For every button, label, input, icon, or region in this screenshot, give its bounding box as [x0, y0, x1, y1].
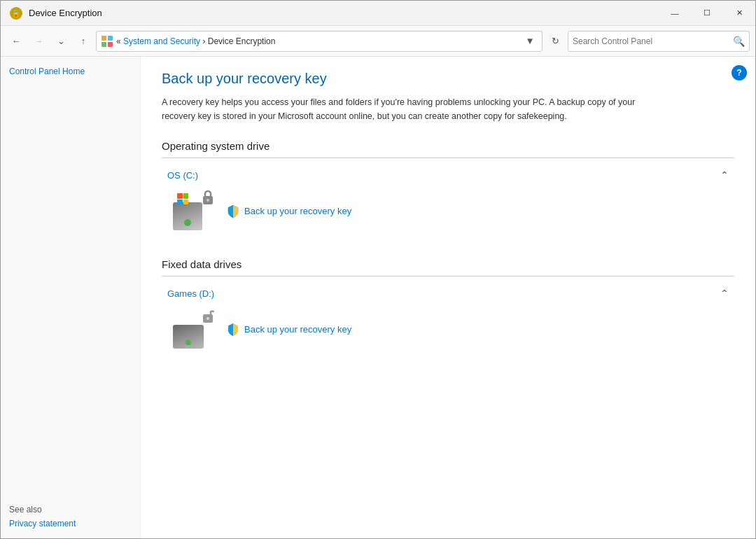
os-drive-icon-area: Back up your recovery key: [162, 183, 734, 239]
close-button[interactable]: ✕: [723, 1, 755, 26]
page-description: A recovery key helps you access your fil…: [162, 95, 652, 123]
refresh-button[interactable]: ↻: [545, 31, 565, 51]
svg-rect-2: [102, 36, 106, 41]
fixed-drive-label[interactable]: Games (D:): [167, 288, 214, 299]
sidebar-top: Control Panel Home: [9, 65, 140, 78]
pc-tower: [173, 202, 202, 230]
title-bar: 🔒 Device Encryption — ☐ ✕: [1, 1, 755, 26]
search-input[interactable]: [573, 36, 733, 46]
see-also-label: See also: [9, 505, 140, 514]
title-bar-left: 🔒 Device Encryption: [9, 6, 102, 20]
recent-button[interactable]: ⌄: [51, 31, 71, 51]
breadcrumb-arrow: ›: [200, 36, 208, 46]
os-section-divider: [162, 158, 734, 158]
window-title: Device Encryption: [29, 8, 102, 18]
app-icon: 🔒: [9, 6, 23, 20]
windows-flag-icon: [177, 193, 188, 204]
os-backup-button[interactable]: Back up your recovery key: [226, 204, 351, 218]
content-area: ? Back up your recovery key A recovery k…: [141, 57, 755, 538]
fixed-backup-button[interactable]: Back up your recovery key: [226, 323, 351, 337]
svg-point-12: [206, 317, 209, 320]
address-box[interactable]: « System and Security › Device Encryptio…: [96, 31, 542, 52]
privacy-statement-link[interactable]: Privacy statement: [9, 517, 140, 530]
svg-text:🔒: 🔒: [11, 8, 21, 18]
breadcrumb-part1[interactable]: System and Security: [123, 36, 200, 46]
sidebar: Control Panel Home See also Privacy stat…: [1, 57, 141, 538]
back-button[interactable]: ←: [6, 31, 26, 51]
control-panel-home-link[interactable]: Control Panel Home: [9, 65, 140, 78]
fixed-drive-row[interactable]: Games (D:) ⌃: [162, 285, 734, 302]
address-bar-row: ← → ⌄ ↑ « System and Security › Device E…: [1, 26, 755, 57]
os-drive-row[interactable]: OS (C:) ⌃: [162, 167, 734, 183]
breadcrumb: « System and Security › Device Encryptio…: [116, 36, 519, 46]
main-area: Control Panel Home See also Privacy stat…: [1, 57, 755, 538]
server-led: [186, 340, 191, 345]
up-button[interactable]: ↑: [74, 31, 93, 51]
fixed-backup-label: Back up your recovery key: [244, 324, 351, 335]
svg-point-7: [206, 199, 209, 202]
server-body: [173, 325, 204, 349]
lock-icon: [201, 189, 215, 206]
fixed-drive-section: Fixed data drives Games (D:) ⌃: [162, 258, 734, 357]
uac-shield-icon-2: [226, 323, 240, 337]
maximize-button[interactable]: ☐: [691, 1, 723, 26]
fixed-drive-icon-area: Back up your recovery key: [162, 302, 734, 357]
breadcrumb-separator: «: [116, 36, 123, 46]
os-drive-icon: [173, 192, 215, 230]
fixed-section-title: Fixed data drives: [162, 258, 734, 270]
svg-rect-4: [102, 42, 106, 47]
address-dropdown-button[interactable]: ▼: [522, 34, 538, 49]
os-drive-chevron: ⌃: [720, 169, 729, 181]
svg-rect-3: [108, 36, 113, 41]
forward-button[interactable]: →: [29, 31, 48, 51]
fixed-section-divider: [162, 276, 734, 276]
minimize-button[interactable]: —: [659, 1, 691, 26]
os-drive-label[interactable]: OS (C:): [167, 170, 198, 181]
open-lock-icon: [201, 307, 215, 324]
window-controls: — ☐ ✕: [659, 1, 755, 26]
breadcrumb-part2: Device Encryption: [208, 36, 276, 46]
svg-rect-5: [108, 42, 113, 47]
os-section-title: Operating system drive: [162, 140, 734, 152]
fixed-drive-chevron: ⌃: [720, 288, 729, 299]
fixed-drive-icon: [173, 310, 215, 349]
page-title: Back up your recovery key: [162, 71, 734, 87]
uac-shield-icon: [226, 204, 240, 218]
os-backup-label: Back up your recovery key: [244, 206, 351, 216]
help-button[interactable]: ?: [732, 65, 747, 80]
control-panel-icon: [101, 35, 113, 48]
search-box[interactable]: 🔍: [568, 31, 750, 52]
sidebar-bottom: See also Privacy statement: [9, 505, 140, 530]
search-button[interactable]: 🔍: [733, 36, 745, 47]
os-drive-section: Operating system drive OS (C:) ⌃: [162, 140, 734, 239]
pc-led: [184, 219, 191, 226]
